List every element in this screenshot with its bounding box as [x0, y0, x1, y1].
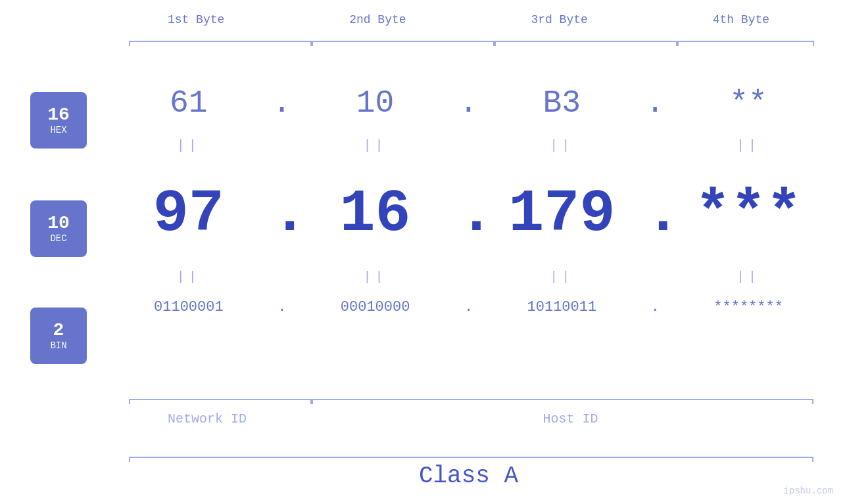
network-id-bracket [129, 399, 312, 400]
id-labels: Network ID Host ID [105, 411, 832, 426]
dec-dot-1: . [272, 181, 292, 248]
hex-badge: 16 HEX [30, 92, 87, 149]
network-id-label: Network ID [105, 411, 309, 426]
class-a-label: Class A [105, 463, 832, 490]
hex-badge-label: HEX [50, 125, 66, 135]
equals-row-2: || || || || [105, 269, 832, 285]
hex-dot-3: . [645, 85, 665, 121]
hex-val-1: 61 [105, 85, 272, 121]
equals-7: || [479, 269, 646, 285]
dec-badge-label: DEC [50, 233, 66, 244]
equals-5: || [105, 269, 272, 285]
col-header-2: 2nd Byte [287, 13, 468, 26]
dec-row: 97 . 16 . 179 . *** [105, 181, 832, 248]
dec-badge: 10 DEC [30, 200, 87, 257]
equals-row-1: || || || || [105, 138, 832, 153]
top-bracket-1 [129, 41, 312, 42]
equals-2: || [292, 138, 459, 153]
hex-dot-1: . [272, 85, 292, 121]
top-bracket-3 [495, 41, 677, 42]
hex-val-3: B3 [479, 85, 646, 121]
hex-dot-2: . [459, 85, 479, 121]
equals-6: || [292, 269, 459, 285]
bin-row: 01100001 . 00010000 . 10110011 . *******… [105, 299, 832, 315]
top-bracket-2 [312, 41, 495, 42]
col-header-3: 3rd Byte [469, 13, 650, 26]
bin-badge-num: 2 [53, 321, 64, 341]
bin-val-3: 10110011 [479, 299, 646, 315]
bin-dot-2: . [459, 299, 479, 315]
equals-3: || [479, 138, 646, 153]
bin-val-2: 00010000 [292, 299, 459, 315]
host-id-label: Host ID [309, 411, 832, 426]
dec-val-3: 179 [479, 181, 646, 248]
watermark: ipshu.com [783, 486, 833, 496]
dec-badge-num: 10 [47, 214, 70, 234]
equals-8: || [665, 269, 832, 285]
hex-row: 61 . 10 . B3 . ** [105, 85, 832, 121]
class-bracket [129, 457, 813, 458]
bin-val-4: ******** [665, 299, 832, 315]
bin-dot-3: . [645, 299, 665, 315]
host-id-bracket [312, 399, 813, 400]
hex-val-4: ** [665, 85, 832, 121]
bin-dot-1: . [272, 299, 292, 315]
dec-val-4: *** [665, 181, 832, 248]
hex-badge-num: 16 [47, 105, 70, 126]
col-header-1: 1st Byte [105, 13, 287, 26]
dec-val-1: 97 [105, 181, 272, 248]
equals-1: || [105, 138, 272, 153]
bin-val-1: 01100001 [105, 299, 272, 315]
dec-dot-2: . [459, 181, 479, 248]
col-header-4: 4th Byte [650, 13, 832, 26]
bin-badge-label: BIN [50, 340, 66, 351]
hex-val-2: 10 [292, 85, 459, 121]
dec-val-2: 16 [292, 181, 459, 248]
column-headers: 1st Byte 2nd Byte 3rd Byte 4th Byte [105, 13, 832, 26]
top-bracket-4 [677, 41, 814, 42]
bin-badge: 2 BIN [30, 308, 87, 364]
dec-dot-3: . [645, 181, 665, 248]
equals-4: || [665, 138, 832, 153]
